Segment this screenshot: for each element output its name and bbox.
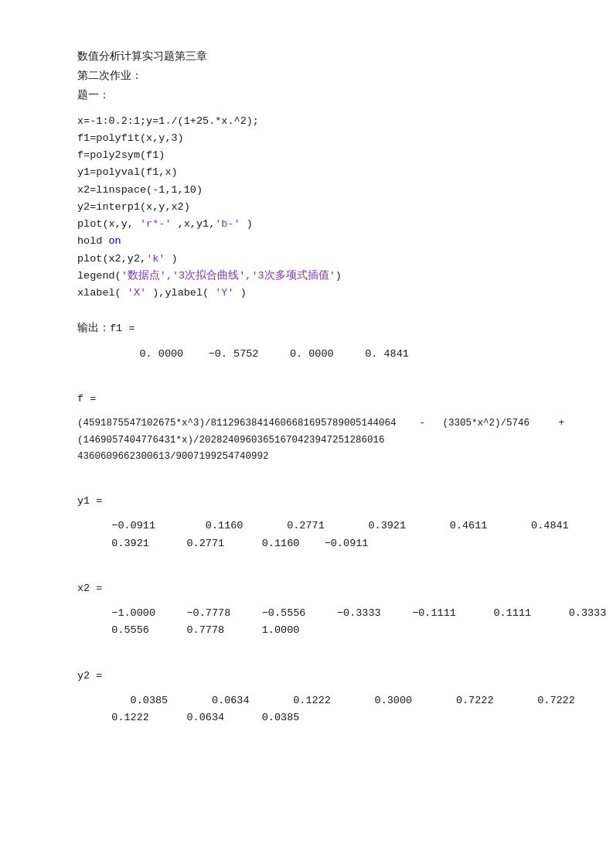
code-line-7: plot(x,y, 'r*-' ,x,y1,'b-' ) [77, 216, 551, 233]
code-block: x=-1:0.2:1;y=1./(1+25.*x.^2); f1=polyfit… [77, 113, 551, 302]
code-line-10: legend('数据点','3次拟合曲线','3次多项式插值') [77, 268, 551, 285]
legend-end: ) [335, 270, 342, 282]
x2-row2: 0.5556 0.7778 1.0000 [77, 622, 551, 639]
f1-label: 输出：f1 = [77, 320, 551, 337]
xlabel-mid: ),ylabel( [146, 287, 215, 299]
code-line-8: hold on [77, 233, 551, 250]
f-label: f = [77, 391, 551, 408]
code-line-11: xlabel( 'X' ),ylabel( 'Y' ) [77, 285, 551, 302]
plot2-end: ) [165, 253, 177, 265]
f-line1: (4591875547102675*x^3)/81129638414606681… [77, 415, 551, 432]
code-line-5: x2=linspace(-1,1,10) [77, 182, 551, 199]
page-content: 数值分析计算实习题第三章 第二次作业： 题一： x=-1:0.2:1;y=1./… [77, 46, 551, 726]
f-line2: (1469057404776431*x)/2028240960365167042… [77, 432, 551, 449]
y1-row2: 0.3921 0.2771 0.1160 −0.0911 [77, 535, 551, 552]
x2-row1: −1.0000 −0.7778 −0.5556 −0.3333 −0.1111 … [77, 605, 551, 622]
subtitle: 第二次作业： [77, 66, 551, 85]
plot-mid: ,x,y1, [172, 218, 216, 230]
hold-pre: hold [77, 235, 109, 247]
plot-call-pre: plot(x,y, [77, 218, 134, 230]
legend-pre: legend( [77, 270, 121, 282]
y2-label: y2 = [77, 668, 551, 685]
xlabel-pre: xlabel( [77, 287, 121, 299]
hold-kw: on [109, 235, 121, 247]
document-header: 数值分析计算实习题第三章 第二次作业： 题一： [77, 46, 551, 105]
plot2-pre: plot(x2,y2, [77, 253, 146, 265]
plot2-str: 'k' [146, 253, 165, 265]
y1-label: y1 = [77, 493, 551, 510]
xlabel-str: 'X' [121, 287, 146, 299]
code-line-3: f=poly2sym(f1) [77, 147, 551, 164]
code-line-1: x=-1:0.2:1;y=1./(1+25.*x.^2); [77, 113, 551, 130]
plot-str1: 'r*-' [134, 218, 172, 230]
f-expression: (4591875547102675*x^3)/81129638414606681… [77, 415, 551, 465]
code-line-2: f1=polyfit(x,y,3) [77, 130, 551, 147]
y2-row1: 0.0385 0.0634 0.1222 0.3000 0.7222 0.722… [77, 692, 551, 709]
ylabel-str: 'Y' [215, 287, 233, 299]
ylabel-end: ) [234, 287, 247, 299]
y1-row1: −0.0911 0.1160 0.2771 0.3921 0.4611 0.48… [77, 518, 551, 535]
plot-str2: 'b-' [215, 218, 240, 230]
output-block: 输出：f1 = 0. 0000 −0. 5752 0. 0000 0. 4841… [77, 320, 551, 726]
f1-values: 0. 0000 −0. 5752 0. 0000 0. 4841 [77, 346, 551, 363]
f-line3: 4360609662300613/9007199254740992 [77, 449, 551, 465]
plot-end: ) [240, 218, 253, 230]
problem: 题一： [77, 85, 551, 104]
code-line-4: y1=polyval(f1,x) [77, 164, 551, 181]
title: 数值分析计算实习题第三章 [77, 46, 551, 66]
y2-row2: 0.1222 0.0634 0.0385 [77, 709, 551, 726]
x2-label: x2 = [77, 580, 551, 597]
code-line-9: plot(x2,y2,'k' ) [77, 251, 551, 268]
code-line-6: y2=interp1(x,y,x2) [77, 199, 551, 216]
legend-args: '数据点','3次拟合曲线','3次多项式插值' [121, 270, 335, 282]
